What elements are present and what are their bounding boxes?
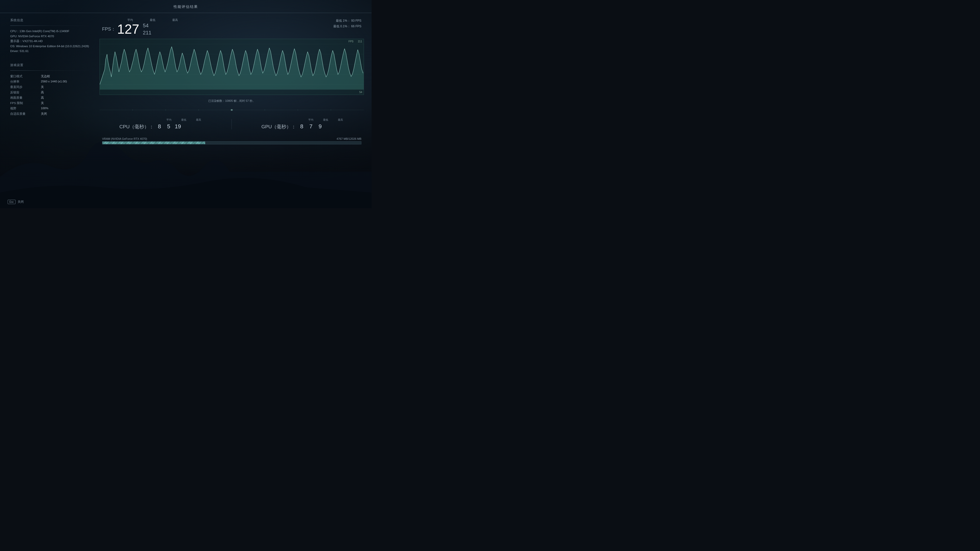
vram-usage: 4767 MB/12026 MB bbox=[337, 137, 361, 140]
fps-chart-svg bbox=[100, 39, 364, 95]
settings-label: FPS 限制 bbox=[10, 100, 41, 106]
system-os: OS: Windows 10 Enterprise Edition 64-bit… bbox=[10, 44, 92, 49]
settings-label: 窗口模式 bbox=[10, 74, 41, 79]
cpu-min-value: 5 bbox=[165, 123, 172, 130]
settings-label: 分辨率 bbox=[10, 79, 41, 84]
game-settings-title: 游戏设置 bbox=[10, 63, 92, 68]
fps-label: FPS： bbox=[102, 26, 116, 32]
fps-max-header: 最高 bbox=[170, 18, 180, 22]
system-gpu: GPU: NVIDIA GeForce RTX 4070 bbox=[10, 34, 92, 39]
title-bar: 性能评估结果 bbox=[0, 0, 372, 13]
right-panel: 平均 最低 最高 FPS： 127 54 211 最低 1%： 93 bbox=[100, 18, 364, 202]
vram-label-row: VRAM (NVIDIA GeForce RTX 4070) 4767 MB/1… bbox=[102, 137, 361, 140]
system-info-section: 系统信息 CPU：13th Gen Intel(R) Core(TM) i5-1… bbox=[10, 18, 92, 54]
settings-label: 画面质量 bbox=[10, 95, 41, 100]
settings-value: 关闭 bbox=[41, 111, 92, 117]
perf-divider bbox=[231, 119, 232, 129]
vram-bar-container bbox=[102, 141, 361, 144]
gpu-min-value: 7 bbox=[307, 123, 314, 130]
system-display: 显示器：VX2731-4K-HD bbox=[10, 39, 92, 44]
fps-max-value: 211 bbox=[143, 30, 151, 36]
left-panel: 系统信息 CPU：13th Gen Intel(R) Core(TM) i5-1… bbox=[10, 18, 92, 202]
esc-key[interactable]: Esc bbox=[8, 200, 16, 204]
page-title: 性能评估结果 bbox=[0, 5, 372, 9]
settings-row: 分辨率2560 x 1440 (x1.00) bbox=[10, 79, 92, 84]
settings-row: 视野100% bbox=[10, 106, 92, 111]
fps-min-value: 54 bbox=[143, 22, 151, 29]
fps-percentile-01: 最低 0.1%： 66 FPS bbox=[333, 24, 361, 29]
game-settings-section: 游戏设置 窗口模式无边框分辨率2560 x 1440 (x1.00)垂直同步关反… bbox=[10, 63, 92, 117]
fps-main-block: 平均 最低 最高 FPS： 127 54 211 bbox=[102, 18, 180, 36]
fps-chart: FPS 211 54 bbox=[100, 39, 364, 95]
settings-value: 关 bbox=[41, 84, 92, 90]
gpu-stats-block: 平均 最低 最高 GPU（毫秒）： 8 7 9 bbox=[261, 118, 344, 130]
settings-value: 2560 x 1440 (x1.00) bbox=[41, 79, 92, 84]
cpu-stats-block: 平均 最低 最高 CPU（毫秒）： 8 5 19 bbox=[119, 118, 202, 130]
settings-value: 关 bbox=[41, 100, 92, 106]
settings-row: 垂直同步关 bbox=[10, 84, 92, 90]
gpu-max-value: 9 bbox=[317, 123, 324, 130]
fps-avg-header: 平均 bbox=[125, 18, 135, 22]
vram-bar-fill bbox=[102, 141, 205, 144]
cpu-label: CPU（毫秒）： bbox=[119, 124, 154, 130]
cpu-max-header: 最高 bbox=[195, 118, 202, 122]
system-info-divider bbox=[10, 25, 92, 26]
fps-percentiles: 最低 1%： 93 FPS 最低 0.1%： 66 FPS bbox=[333, 18, 361, 29]
settings-label: 反锯齿 bbox=[10, 90, 41, 95]
render-info: 已渲染帧数：10805 帧，耗时 57 秒。 bbox=[100, 98, 364, 104]
settings-value: 无边框 bbox=[41, 74, 92, 79]
close-label: 关闭 bbox=[18, 200, 24, 204]
fps-percentile-1: 最低 1%： 93 FPS bbox=[333, 18, 361, 24]
system-cpu: CPU：13th Gen Intel(R) Core(TM) i5-13490F bbox=[10, 29, 92, 34]
gpu-label: GPU（毫秒）： bbox=[261, 124, 296, 130]
settings-row: 反锯齿高 bbox=[10, 90, 92, 95]
cpu-min-header: 最低 bbox=[180, 118, 187, 122]
fps-min-header: 最低 bbox=[148, 18, 158, 22]
settings-label: 垂直同步 bbox=[10, 84, 41, 90]
cpu-avg-header: 平均 bbox=[165, 118, 172, 122]
fps-stats-row: 平均 最低 最高 FPS： 127 54 211 最低 1%： 93 bbox=[100, 18, 364, 36]
system-info-title: 系统信息 bbox=[10, 18, 92, 24]
fps-avg-value: 127 bbox=[117, 22, 139, 36]
gpu-avg-header: 平均 bbox=[307, 118, 314, 122]
cpu-max-value: 19 bbox=[174, 123, 181, 130]
timeline-bar bbox=[100, 107, 364, 113]
settings-label: 自适应质量 bbox=[10, 111, 41, 117]
game-settings-divider bbox=[10, 70, 92, 71]
vram-label: VRAM (NVIDIA GeForce RTX 4070) bbox=[102, 137, 147, 140]
fps-chart-label: FPS bbox=[348, 40, 353, 43]
svg-point-6 bbox=[231, 109, 233, 111]
settings-value: 高 bbox=[41, 95, 92, 100]
fps-min-max: 54 211 bbox=[143, 22, 151, 36]
system-driver: Driver: 531.61 bbox=[10, 49, 92, 54]
settings-row: 画面质量高 bbox=[10, 95, 92, 100]
vram-bar-stripe bbox=[102, 141, 205, 144]
settings-row: 窗口模式无边框 bbox=[10, 74, 92, 79]
cpu-avg-value: 8 bbox=[156, 123, 163, 130]
gpu-min-header: 最低 bbox=[322, 118, 329, 122]
settings-table: 窗口模式无边框分辨率2560 x 1440 (x1.00)垂直同步关反锯齿高画面… bbox=[10, 74, 92, 117]
fps-display: FPS： 127 54 211 bbox=[102, 22, 180, 36]
vram-section: VRAM (NVIDIA GeForce RTX 4070) 4767 MB/1… bbox=[100, 135, 364, 146]
timeline-svg bbox=[100, 107, 364, 113]
settings-label: 视野 bbox=[10, 106, 41, 111]
gpu-max-header: 最高 bbox=[337, 118, 344, 122]
esc-close-bar: Esc 关闭 bbox=[8, 200, 24, 204]
settings-value: 100% bbox=[41, 106, 92, 111]
settings-row: FPS 限制关 bbox=[10, 100, 92, 106]
settings-value: 高 bbox=[41, 90, 92, 95]
chart-max-label: 211 bbox=[358, 40, 362, 43]
settings-row: 自适应质量关闭 bbox=[10, 111, 92, 117]
perf-stats-row: 平均 最低 最高 CPU（毫秒）： 8 5 19 bbox=[100, 116, 364, 132]
gpu-avg-value: 8 bbox=[298, 123, 305, 130]
chart-min-label: 54 bbox=[360, 91, 362, 94]
